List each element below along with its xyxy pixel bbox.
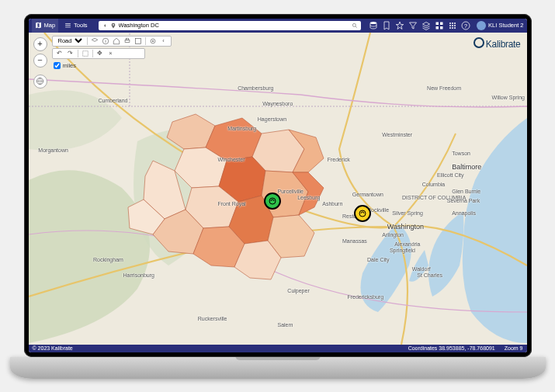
svg-rect-28 — [82, 50, 88, 56]
bookmark-icon[interactable] — [382, 21, 391, 30]
map-toolbar-row-1: Road i ‹ — [52, 36, 172, 47]
redo-icon[interactable]: ↷ — [66, 49, 75, 58]
tab-map[interactable]: Map — [32, 19, 59, 33]
svg-rect-25 — [135, 38, 140, 43]
svg-text:?: ? — [464, 23, 467, 28]
zoom-in-button[interactable]: + — [33, 37, 47, 51]
help-icon[interactable]: ? — [461, 21, 470, 30]
undo-icon[interactable]: ↶ — [55, 49, 64, 58]
svg-point-14 — [454, 27, 456, 29]
home-icon[interactable] — [112, 36, 121, 46]
target-icon[interactable] — [148, 36, 158, 46]
basemap-select[interactable]: Road — [55, 36, 85, 45]
close-icon[interactable]: × — [106, 49, 116, 58]
svg-point-8 — [454, 23, 456, 24]
list-icon — [64, 22, 71, 29]
svg-point-12 — [449, 27, 451, 29]
user-avatar-icon — [477, 21, 486, 30]
search-back-icon[interactable] — [102, 23, 108, 29]
scale-unit-label: miles — [63, 62, 77, 69]
laptop-frame: Map Tools — [10, 14, 546, 379]
filter-icon[interactable] — [408, 21, 418, 30]
database-icon[interactable] — [369, 21, 378, 30]
map-icon — [35, 22, 42, 29]
svg-rect-5 — [440, 26, 443, 29]
map-toolbar-panel: Road i ‹ ↶ ↷ — [52, 36, 172, 69]
tab-map-label: Map — [44, 22, 56, 29]
svg-point-1 — [370, 22, 376, 24]
star-icon[interactable] — [395, 21, 404, 30]
layers-icon[interactable] — [421, 21, 431, 30]
svg-point-27 — [152, 40, 154, 42]
svg-point-13 — [452, 27, 453, 29]
globe-reset-button[interactable] — [33, 75, 47, 88]
user-menu[interactable]: KLI Student 2 — [477, 21, 523, 30]
svg-rect-24 — [126, 38, 128, 40]
status-bar: © 2023 Kalibrate Coordinates 38.953885, … — [29, 345, 527, 352]
search-pin-icon — [110, 23, 116, 29]
print-icon[interactable] — [123, 36, 132, 46]
marker-glyph-icon — [358, 209, 367, 218]
map-canvas[interactable]: WashingtonArlingtonAlexandriaBaltimoreCo… — [29, 33, 527, 345]
chevron-left-icon[interactable]: ‹ — [159, 36, 168, 46]
zoom-box-icon[interactable] — [81, 49, 90, 58]
svg-point-7 — [452, 23, 453, 24]
tab-tools-label: Tools — [74, 22, 88, 29]
svg-rect-23 — [125, 40, 130, 42]
user-label: KLI Student 2 — [488, 22, 523, 29]
map-toolbar-row-2: ↶ ↷ ✥ × — [52, 48, 145, 59]
coords-text: Coordinates 38.953885, -78.768091 — [408, 345, 495, 351]
info-icon[interactable]: i — [101, 36, 110, 46]
legend-icon[interactable] — [134, 36, 143, 46]
zoom-out-button[interactable]: − — [33, 54, 47, 68]
laptop-base — [10, 357, 546, 379]
brand-logo: Kalibrate — [473, 37, 521, 50]
svg-point-9 — [449, 25, 451, 26]
tab-tools[interactable]: Tools — [61, 19, 91, 33]
apps-icon[interactable] — [448, 21, 457, 30]
pan-icon[interactable]: ✥ — [95, 49, 105, 58]
scale-checkbox-input[interactable] — [54, 62, 61, 69]
app-viewport: Map Tools — [29, 19, 527, 352]
top-right-icons: ? — [369, 21, 470, 30]
top-bar: Map Tools — [29, 19, 527, 33]
svg-rect-3 — [440, 22, 443, 25]
svg-point-11 — [454, 25, 456, 26]
svg-point-0 — [352, 23, 356, 26]
globe-icon — [36, 77, 44, 85]
svg-point-19 — [359, 210, 366, 217]
svg-text:i: i — [105, 39, 106, 43]
zoom-text: Zoom 9 — [505, 345, 523, 351]
svg-rect-4 — [436, 26, 439, 29]
svg-point-6 — [449, 23, 451, 24]
copyright-text: © 2023 Kalibrate — [33, 345, 73, 351]
svg-rect-2 — [436, 22, 439, 25]
marker-glyph-icon — [268, 196, 277, 206]
search-box[interactable] — [99, 21, 361, 30]
zoom-controls: + − — [33, 37, 47, 88]
screen-bezel: Map Tools — [24, 14, 532, 357]
svg-point-10 — [452, 25, 453, 26]
map-marker[interactable] — [354, 205, 371, 222]
choropleth-layer — [29, 33, 527, 345]
svg-point-18 — [269, 198, 276, 204]
map-marker[interactable] — [264, 193, 281, 210]
layers-toggle-icon[interactable] — [90, 36, 99, 46]
grid-icon[interactable] — [435, 21, 444, 30]
search-icon[interactable] — [352, 23, 358, 29]
search-input[interactable] — [119, 22, 349, 29]
scale-unit-checkbox[interactable]: miles — [54, 62, 172, 69]
